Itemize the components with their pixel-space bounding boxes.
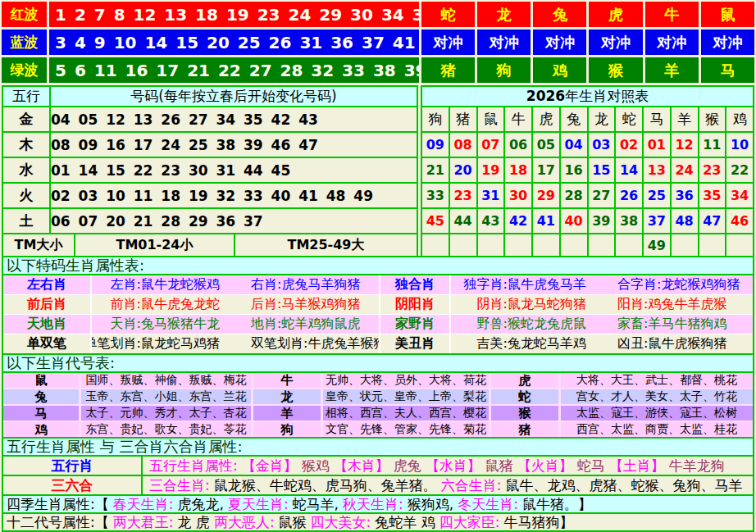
zodiac-table-year: 2026	[526, 88, 565, 104]
prop-content: 五行生肖属性:【金肖】猴鸡【木肖】虎兔【水肖】鼠猪【火肖】蛇马【土肖】牛羊龙狗	[143, 457, 729, 475]
text-segment: 两大恶人:	[214, 513, 275, 532]
element-row: 水01 14 15 22 23 30 31 44 45	[2, 157, 417, 183]
zodiac-code-names: 西宫、太监、商贾、太监、桂花	[561, 422, 753, 437]
zodiac-column-header: 羊	[671, 107, 699, 132]
element-name: 土	[2, 208, 50, 234]
text-segment: 夏天生肖:	[228, 495, 289, 514]
wave-zodiac-cell: 蛇	[421, 2, 475, 27]
attr-content: 前肖:鼠牛虎兔龙蛇后肖:马羊猴鸡狗猪	[92, 295, 380, 314]
zodiac-number-cell	[477, 234, 505, 257]
zodiac-number-cell	[532, 234, 560, 257]
prop-category-label: 五行肖	[3, 457, 143, 475]
zodiac-number-row: 212019181716151413242322	[421, 157, 754, 183]
zodiac-number-cell: 22	[726, 157, 754, 183]
text-segment: 四大美女:	[311, 513, 371, 532]
zodiac-code-names: 国师、叛贼、神偷、叛贼、梅花	[81, 373, 253, 388]
attr-content: 吉美:兔龙蛇马羊鸡凶丑:鼠牛虎猴狗猪	[451, 334, 753, 353]
attr-section-header: 以下特码生肖属性表:	[2, 256, 754, 275]
element-numbers: 04 05 12 13 26 27 34 35 42 43	[50, 107, 417, 132]
attr-category-label: 左右肖	[3, 275, 92, 294]
wave-zodiac-cell: 牛	[645, 2, 699, 27]
zodiac-number-cell: 49	[643, 234, 671, 257]
text-segment: 蛇马	[577, 457, 605, 475]
prop-row: 五行肖五行生肖属性:【金肖】猴鸡【木肖】虎兔【水肖】鼠猪【火肖】蛇马【土肖】牛羊…	[2, 455, 754, 476]
zodiac-column-header: 牛	[504, 107, 532, 132]
zodiac-table-title-text: 年生肖对照表	[565, 88, 649, 104]
twelve-codes-row: 十二代号属性:【两大君王:龙 虎两大恶人:鼠猴四大美女:兔蛇羊 鸡四大家臣:牛马…	[2, 512, 754, 532]
attr-text: 地肖:蛇羊鸡狗鼠虎	[251, 316, 360, 333]
element-name: 火	[2, 183, 50, 208]
zodiac-number-cell: 02	[615, 132, 643, 157]
prop-content: 三合生肖:鼠龙猴、牛蛇鸡、虎马狗、兔羊猪。六合生肖:鼠牛、龙鸡、虎猪、蛇猴、兔狗…	[143, 476, 746, 494]
wave-zodiac-cell: 对冲	[645, 30, 699, 55]
zodiac-column-header: 蛇	[615, 107, 643, 132]
wave-zodiac-cell: 猪	[421, 57, 475, 83]
zodiac-number-cell: 26	[615, 183, 643, 208]
zodiac-number-cell: 43	[477, 208, 505, 234]
zodiac-number-cell: 37	[643, 208, 671, 234]
codes-table: 鼠国师、叛贼、神偷、叛贼、梅花牛无帅、大将、员外、大将、荷花虎大将、大王、武士、…	[2, 371, 754, 439]
zodiac-number-cell: 33	[421, 183, 449, 208]
zodiac-number-cell: 14	[615, 157, 643, 183]
wave-zodiac-cell: 对冲	[421, 30, 475, 55]
zodiac-column-header: 兔	[560, 107, 588, 132]
attr-content: 野兽:猴蛇龙兔虎鼠家畜:羊马牛猪狗鸡	[451, 315, 753, 334]
element-name: 木	[2, 132, 50, 157]
zodiac-name: 蛇	[491, 389, 561, 404]
zodiac-column-header: 马	[643, 107, 671, 132]
text-segment: 【木肖】	[334, 457, 389, 475]
zodiac-reference-page: 红波1 2 7 8 12 13 18 19 23 24 29 30 34 35 …	[0, 0, 756, 532]
zodiac-column-header: 猴	[699, 107, 726, 132]
attr-text: 后肖:马羊猴鸡狗猪	[251, 296, 360, 313]
zodiac-column-header: 鼠	[477, 107, 505, 132]
zodiac-number-cell: 38	[615, 208, 643, 234]
text-segment: 鼠猴	[279, 513, 307, 532]
text-segment: 【土肖】	[609, 457, 665, 475]
zodiac-code-names: 相将、西宫、夫人、西宫、樱花	[323, 406, 491, 421]
numbers-header: 号码(每年按立春后开始变化号码)	[50, 86, 417, 107]
element-row: 金04 05 12 13 26 27 34 35 42 43	[2, 107, 417, 132]
zodiac-number-cell: 12	[671, 132, 699, 157]
zodiac-number-cell	[671, 234, 699, 257]
zodiac-number-cell: 24	[671, 157, 699, 183]
text-segment: 鼠猪	[485, 457, 513, 475]
wave-label: 蓝波	[2, 30, 47, 55]
code-row: 兔玉帝、东宫、小姐、东宫、兰花龙皇帝、状元、皇帝、上帝、梨花蛇宫女、才人、美女、…	[3, 388, 753, 404]
zodiac-code-names: 玉帝、东宫、小姐、东宫、兰花	[81, 389, 253, 404]
zodiac-number-cell: 06	[504, 132, 532, 157]
zodiac-number-cell: 42	[504, 208, 532, 234]
text-segment: 牛羊龙狗	[669, 457, 725, 475]
zodiac-number-cell: 45	[421, 208, 449, 234]
zodiac-number-cell: 35	[699, 183, 726, 208]
zodiac-number-cell: 01	[643, 132, 671, 157]
zodiac-columns-row: 狗猪鼠牛虎兔龙蛇马羊猴鸡	[421, 107, 754, 132]
element-name: 水	[2, 157, 50, 183]
attr-category-label: 家野肖	[380, 315, 451, 334]
main-tables: 五行 号码(每年按立春后开始变化号码) 金04 05 12 13 26 27 3…	[2, 85, 754, 257]
zodiac-column-header: 鸡	[726, 107, 754, 132]
five-elements-header: 五行	[2, 86, 50, 107]
zodiac-number-cell: 23	[699, 157, 726, 183]
zodiac-name: 狗	[253, 422, 323, 437]
wave-zodiac-cell: 鸡	[533, 57, 586, 83]
text-segment: 鼠龙猴、牛蛇鸡、虎马狗、兔羊猪。	[214, 476, 437, 494]
zodiac-number-cell: 31	[477, 183, 505, 208]
zodiac-number-cell: 15	[588, 157, 616, 183]
zodiac-number-cell: 05	[532, 132, 560, 157]
zodiac-number-cell: 09	[421, 132, 449, 157]
attr-category-label: 天地肖	[3, 315, 92, 334]
zodiac-number-cell: 19	[477, 157, 505, 183]
zodiac-column-header: 龙	[588, 107, 616, 132]
text-segment: 四大家臣:	[439, 513, 500, 532]
wave-zodiac-cell: 对冲	[589, 30, 642, 55]
zodiac-code-names: 无帅、大将、员外、大将、荷花	[323, 373, 491, 388]
text-segment: 猴鸡	[302, 457, 330, 475]
text-segment: 龙 虎	[177, 513, 209, 532]
code-row: 马太子、元帅、秀才、太子、杏花羊相将、西宫、夫人、西宫、樱花猴太监、寇王、游侠、…	[3, 404, 753, 421]
wave-row: 绿波5 6 11 16 17 21 22 27 28 32 33 38 39 4…	[2, 57, 754, 83]
attr-text: 单笔划肖:鼠龙蛇马鸡猪	[92, 335, 220, 352]
zodiac-year-table: 2026年生肖对照表 狗猪鼠牛虎兔龙蛇马羊猴鸡09080706050403020…	[421, 85, 754, 257]
wave-zodiac-cell: 虎	[589, 2, 642, 27]
attr-content: 天肖:兔马猴猪牛龙地肖:蛇羊鸡狗鼠虎	[92, 315, 380, 334]
attr-text: 野兽:猴蛇龙兔虎鼠	[477, 316, 586, 333]
